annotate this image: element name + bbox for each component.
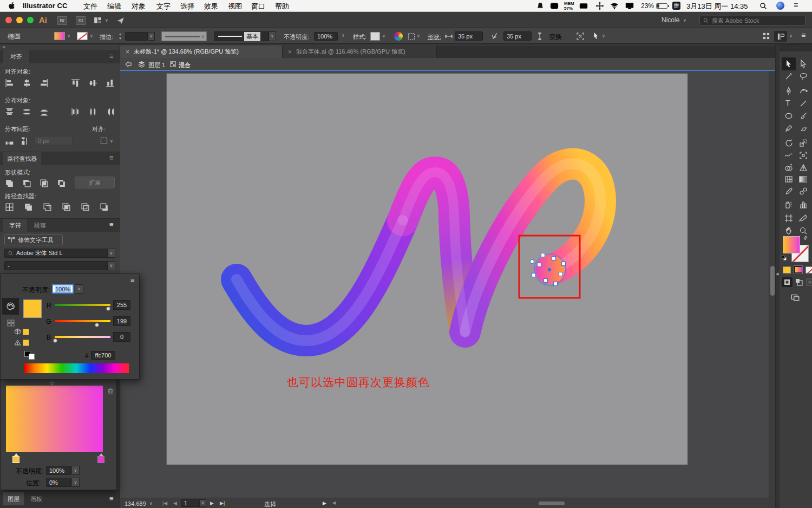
web-safe-swatch[interactable] — [23, 329, 29, 335]
traffic-light-zoom[interactable] — [27, 17, 34, 23]
mesh-tool[interactable] — [784, 175, 793, 184]
graphic-style-swatch[interactable] — [370, 32, 380, 41]
creative-cloud-icon[interactable] — [550, 2, 559, 10]
color-spectrum-bar[interactable] — [24, 363, 129, 373]
channel-b-value[interactable]: 0 — [113, 332, 130, 342]
channel-g-value[interactable]: 199 — [113, 316, 130, 326]
docs-grid-icon[interactable] — [762, 32, 770, 40]
character-panel-menu-icon[interactable]: ≡ — [109, 220, 114, 229]
shape-width-field[interactable]: 35 px — [455, 31, 483, 41]
corner-widgets-icon[interactable] — [576, 32, 585, 41]
white-swatch[interactable] — [29, 354, 35, 360]
hand-tool[interactable] — [784, 226, 793, 235]
nav-first-icon[interactable]: |◀ — [162, 500, 167, 506]
selection-tool[interactable] — [784, 60, 793, 68]
align-to-artboard-icon[interactable] — [100, 136, 108, 145]
mem-indicator[interactable]: MEM 57% — [564, 1, 574, 11]
zoom-tool[interactable] — [799, 226, 808, 235]
type-tool[interactable]: T — [785, 99, 790, 107]
tab-layers[interactable]: 图层 — [3, 492, 24, 505]
stroke-color-swatch[interactable] — [77, 32, 88, 40]
font-style-dropdown[interactable]: ∨ — [107, 261, 115, 270]
font-family-field[interactable]: Adobe 宋体 Std L — [4, 249, 107, 258]
input-method-badge[interactable]: 拼 — [672, 2, 680, 10]
nav-prev-icon[interactable]: ◀ — [173, 500, 177, 506]
nav-last-icon[interactable]: ▶| — [220, 500, 225, 506]
menu-view[interactable]: 视图 — [228, 2, 242, 11]
distribute-center-v-button[interactable] — [22, 107, 31, 116]
align-center-h-button[interactable] — [22, 79, 31, 88]
fill-chevron-icon[interactable]: ∨ — [67, 34, 70, 38]
shape-builder-tool[interactable] — [784, 164, 793, 172]
stock-search-field[interactable]: 搜索 Adobe Stock — [699, 16, 806, 25]
fill-color-swatch[interactable] — [54, 32, 65, 40]
gradient-tool[interactable] — [799, 176, 807, 183]
layers-panel-menu-icon[interactable]: ≡ — [109, 494, 114, 503]
artboard-number-dropdown[interactable]: ∨ — [199, 499, 206, 507]
channel-g-handle[interactable] — [95, 323, 99, 327]
stock-button[interactable]: St — [76, 16, 86, 25]
pen-tool[interactable] — [784, 87, 793, 95]
control-center-icon[interactable]: ≡ — [794, 1, 798, 9]
intersect-button[interactable] — [40, 179, 49, 188]
unite-button[interactable] — [5, 179, 14, 188]
brush-dropdown-chevron[interactable]: ∨ — [269, 31, 276, 41]
distribute-center-h-button[interactable] — [88, 107, 97, 116]
blend-tool[interactable] — [799, 187, 808, 196]
breadcrumb-layer[interactable]: 图层 1 — [148, 61, 165, 69]
none-button[interactable] — [806, 266, 812, 273]
divide-button[interactable] — [5, 203, 14, 212]
vertical-scrollbar-thumb[interactable] — [770, 266, 775, 296]
recolor-artwork-icon[interactable] — [394, 32, 403, 41]
menu-type[interactable]: 文字 — [156, 2, 171, 11]
distribute-top-button[interactable] — [5, 107, 14, 116]
tab-artboards[interactable]: 画板 — [26, 492, 47, 505]
opacity-expand-icon[interactable]: › — [342, 31, 344, 39]
airplay-icon[interactable] — [625, 2, 634, 10]
minus-front-button[interactable] — [22, 179, 31, 188]
isolate-selection-icon[interactable] — [407, 32, 416, 41]
control-panel-menu-icon[interactable]: ≡ — [801, 31, 806, 40]
pencil-tool[interactable] — [784, 124, 793, 133]
spacing-v-button[interactable] — [5, 136, 14, 146]
workspace-switcher-icon[interactable] — [93, 16, 102, 25]
sidecar-icon[interactable] — [579, 2, 588, 10]
width-tool[interactable] — [784, 151, 793, 160]
eraser-tool[interactable] — [799, 124, 808, 133]
vertical-scrollbar[interactable] — [769, 71, 775, 498]
zoom-chevron-icon[interactable]: ∨ — [149, 502, 153, 506]
doc-tab-inactive[interactable]: × 混合字体.ai @ 116.46% (RGB/GPU 预览) — [283, 45, 437, 58]
crop-button[interactable] — [62, 203, 71, 212]
wifi-icon[interactable] — [610, 2, 619, 10]
tab-pathfinder[interactable]: 路径查找器 — [3, 152, 41, 165]
gamut-warning-icon[interactable] — [14, 339, 21, 346]
color-mixer-tab[interactable] — [2, 298, 19, 315]
gradient-opacity-dropdown[interactable]: ∨ — [71, 466, 80, 475]
toolbar-header[interactable]: ⋯ — [780, 44, 812, 51]
workspace-chevron-icon[interactable]: ∨ — [105, 18, 108, 23]
menu-select[interactable]: 选择 — [180, 2, 194, 11]
share-icon[interactable] — [116, 16, 125, 25]
color-panel-menu-icon[interactable]: ≡ — [130, 276, 135, 284]
bridge-button[interactable]: Br — [57, 16, 67, 25]
stroke-weight-stepper[interactable]: ▲ ▼ — [119, 32, 122, 41]
outline-button[interactable] — [81, 203, 90, 212]
user-account-button[interactable]: Nicole — [662, 16, 679, 24]
direct-selection-tool[interactable] — [799, 60, 808, 68]
fill-indicator[interactable] — [783, 236, 800, 253]
draw-normal-mode[interactable] — [783, 278, 791, 286]
trim-button[interactable] — [24, 203, 33, 212]
stroke-chevron-icon[interactable]: ∨ — [90, 34, 93, 38]
rotate-tool[interactable] — [784, 139, 793, 147]
color-button[interactable] — [783, 266, 791, 273]
channel-r-slider[interactable] — [55, 304, 110, 306]
menu-edit[interactable]: 编辑 — [107, 2, 121, 11]
align-bottom-button[interactable] — [106, 79, 115, 88]
tab-align[interactable]: 对齐 — [3, 50, 29, 63]
minus-back-button[interactable] — [100, 203, 109, 212]
distribute-bottom-button[interactable] — [40, 107, 49, 116]
magic-wand-tool[interactable] — [784, 72, 793, 81]
traffic-light-close[interactable] — [5, 17, 12, 23]
align-right-button[interactable] — [40, 79, 49, 88]
transform-link[interactable]: 变换 — [549, 32, 562, 42]
